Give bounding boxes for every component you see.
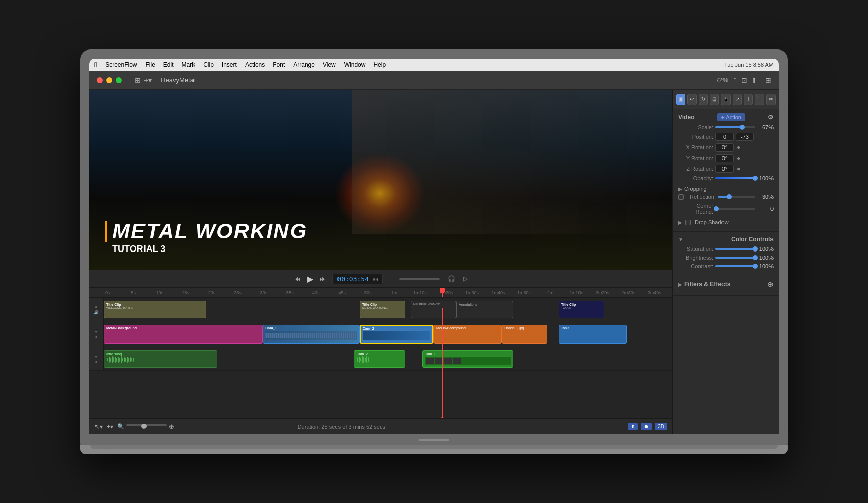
action-button[interactable]: + Action [717,113,745,121]
lock-icon-1[interactable]: 🔊 [94,310,99,315]
corner-round-slider[interactable] [715,208,755,210]
layout-icon[interactable]: ⊞ [765,76,771,84]
y-rotation-value[interactable]: 0° [715,154,734,162]
menu-view[interactable]: View [323,61,336,68]
menu-arrange[interactable]: Arrange [293,61,315,68]
track-content-1[interactable]: Title Clip WELCOME TO THE Title Clip MET… [104,298,672,321]
clip-metal-bg-1[interactable]: Metal-Background [104,325,263,344]
add-clip-button[interactable]: +▾ [107,423,113,430]
export-button[interactable]: ⬆ [628,423,638,430]
clip-helpful[interactable]: HELPFUL HOW-TO [411,301,456,318]
clip-cam2-selected[interactable]: Cam_2 [360,325,433,344]
zoom-icon[interactable]: ⌃ [732,77,737,84]
menu-edit[interactable]: Edit [163,61,174,68]
menu-mark[interactable]: Mark [182,61,196,68]
clip-tools-video[interactable]: Tools [559,325,627,344]
menu-screenflow[interactable]: ScreenFlow [105,61,137,68]
eye-icon-2[interactable]: ● [95,329,98,334]
position-x-value[interactable]: 0 [715,133,734,141]
opacity-slider[interactable] [715,177,755,179]
share-icon[interactable]: ⬆ [751,76,757,84]
brightness-slider[interactable] [715,257,755,259]
saturation-slider[interactable] [715,248,755,250]
clip-cam2-audio[interactable]: Cam_2 [354,350,405,368]
menu-insert[interactable]: Insert [222,61,237,68]
track-content-2[interactable]: Metal-Background Cam_1 [104,321,672,347]
panel-cursor-tool[interactable]: ↗ [733,94,742,105]
panel-rewind-tool[interactable]: ↩ [687,94,696,105]
contrast-slider[interactable] [715,265,755,267]
opacity-slider-thumb[interactable] [753,176,758,181]
panel-crop-tool[interactable]: ⊡ [710,94,719,105]
brightness-thumb[interactable] [753,255,758,260]
drop-shadow-checkbox[interactable] [685,220,691,225]
eye-icon-1[interactable]: ● [95,305,98,309]
cropping-row[interactable]: ▶ Cropping [678,184,774,194]
zoom-slider-thumb[interactable] [141,424,147,429]
corner-round-thumb[interactable] [714,206,719,211]
clip-title-3[interactable]: Title Clip TOOLS [559,301,604,318]
clip-hands[interactable]: Hands_2.jpg [502,325,547,344]
scale-slider[interactable] [715,126,755,128]
panel-text-tool[interactable]: T [744,94,753,105]
new-tab-icon[interactable]: ⊞ [135,76,141,84]
clip-title-2[interactable]: Title Clip METAL WORKING [360,301,405,318]
clip-media-bg[interactable]: Media-Background [433,325,502,344]
reflection-checkbox[interactable] [678,194,684,200]
eye-icon-3[interactable]: ● [95,354,98,359]
apple-menu[interactable]:  [94,61,97,69]
reflection-slider-thumb[interactable] [727,194,732,199]
clip-annotation-1[interactable]: Annotations [456,301,513,318]
filters-add-icon[interactable]: ⊕ [767,280,774,288]
menu-font[interactable]: Font [273,61,285,68]
z-rotation-value[interactable]: 0° [715,165,734,173]
menu-clip[interactable]: Clip [203,61,214,68]
minimize-button[interactable] [106,77,112,83]
audio-icon-3[interactable]: ♦ [95,360,97,364]
fullscreen-button[interactable] [116,77,122,83]
clip-cam3[interactable]: Cam_3 [422,350,513,368]
expand-icon[interactable]: ▷ [463,275,468,282]
zoom-out-icon[interactable]: 🔍 [117,423,124,430]
track-content-audio[interactable]: Intro song [104,347,672,370]
menu-file[interactable]: File [145,61,155,68]
scale-slider-thumb[interactable] [740,125,745,130]
filters-chevron[interactable]: ▶ [678,282,682,287]
rewind-button[interactable]: ⏮ [294,275,301,283]
menu-window[interactable]: Window [344,61,366,68]
clip-title-1[interactable]: Title Clip WELCOME TO THE [104,301,206,318]
y-rotation-dot[interactable]: ● [737,155,740,162]
panel-edit-tool[interactable]: ✏ [766,94,776,105]
zoom-in-icon[interactable]: ⊕ [169,423,174,430]
opacity-row: Opacity: 100% [678,175,774,181]
3d-button[interactable]: 3D [655,423,667,430]
menu-actions[interactable]: Actions [245,61,265,68]
audio-icon-2[interactable]: ♦ [95,335,97,339]
saturation-thumb[interactable] [753,246,758,251]
zoom-slider-container[interactable] [126,424,167,429]
play-button[interactable]: ▶ [307,274,313,284]
volume-slider[interactable] [399,278,440,280]
x-rotation-value[interactable]: 0° [715,143,734,152]
panel-call-tool[interactable]: 📱 [721,94,730,105]
color-controls-chevron[interactable]: ▼ [678,237,683,242]
panel-video-tool[interactable]: ▣ [676,94,685,105]
clip-cam1[interactable]: Cam_1 [263,325,359,344]
contrast-thumb[interactable] [753,264,758,269]
x-rotation-dot[interactable]: ● [737,144,740,151]
drop-shadow-row[interactable]: ▶ Drop Shadow [678,217,774,227]
record-button[interactable]: ⏺ [641,423,652,430]
gear-button[interactable]: ⚙ [768,114,774,121]
close-button[interactable] [97,77,103,83]
fast-forward-button[interactable]: ⏭ [319,275,326,283]
reflection-slider[interactable] [718,196,755,198]
z-rotation-dot[interactable]: ● [737,165,740,172]
clip-intro-song[interactable]: Intro song [104,350,217,368]
menu-help[interactable]: Help [373,61,386,68]
position-y-value[interactable]: -73 [736,133,754,141]
add-icon[interactable]: +▾ [144,76,152,84]
crop-icon[interactable]: ⊡ [741,76,747,84]
panel-link-tool[interactable]: ⬛ [755,94,764,105]
panel-loop-tool[interactable]: ↻ [699,94,708,105]
cursor-icon[interactable]: ↖▾ [94,423,103,430]
